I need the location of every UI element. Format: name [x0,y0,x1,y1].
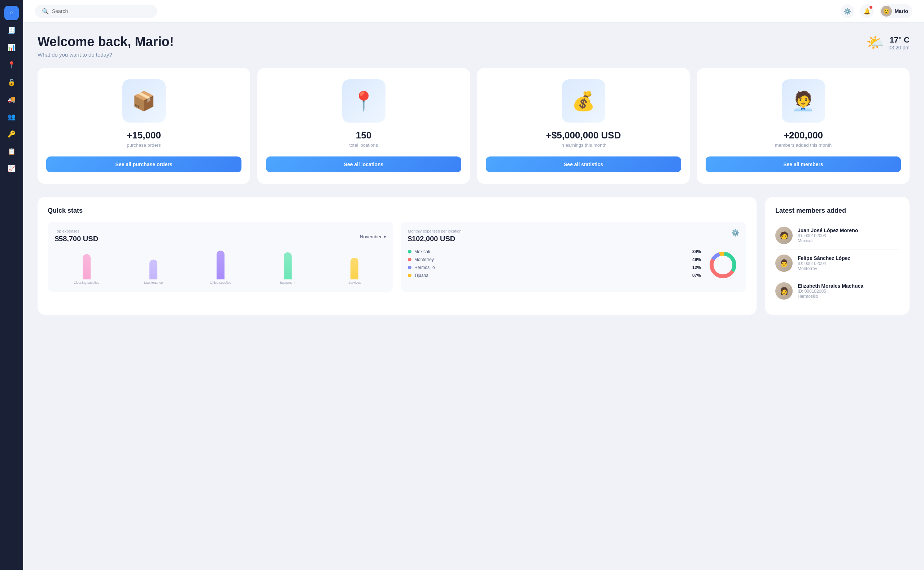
search-box[interactable]: 🔍 [35,5,157,18]
top-expenses-panel: Top expenses $58,700 USD November ▾ Clea… [48,222,394,292]
gear-settings-button[interactable]: ⚙️ [731,229,739,237]
weather-widget: 🌤️ 17° C 03:20 pm [866,34,910,51]
weather-temp: 17° C [889,35,910,45]
legend-item: Monterrey 49% [408,257,701,262]
settings-button[interactable]: ⚙️ [841,4,854,18]
location-icon: 📍 [8,61,15,69]
weather-icon: 🌤️ [866,34,884,51]
see-all-locations-button[interactable]: See all locations [266,156,461,172]
avatar: 👨 [775,254,793,272]
sidebar-item-lock[interactable]: 🔒 [4,75,19,89]
dashboard-icon: 📊 [8,44,15,52]
card-icon-members: 🧑‍💼 [782,79,825,123]
see-all-purchase-orders-button[interactable]: See all purchase orders [46,156,241,172]
donut-container: Mexicali 34% Monterrey 49% Hermosillo 12… [408,249,739,281]
member-name: Elizabeth Morales Machuca [798,283,863,289]
sidebar-item-home[interactable]: ⌂ [4,6,19,20]
chevron-down-icon: ▾ [384,234,386,239]
members-list: 🧑 Juan José López Moreno ID: 000102003 M… [775,222,899,305]
search-input[interactable] [52,8,150,14]
avatar: 👩 [775,282,793,300]
welcome-title: Welcome back, Mario! [37,34,174,49]
search-icon: 🔍 [42,8,49,15]
donut-legend: Mexicali 34% Monterrey 49% Hermosillo 12… [408,249,701,281]
topbar-right: ⚙️ 🔔 😊 Mario [841,4,912,18]
welcome-header: Welcome back, Mario! What do you want to… [37,34,910,58]
people-icon: 👥 [8,113,15,121]
table-icon: 📋 [8,147,15,155]
user-chip[interactable]: 😊 Mario [879,4,912,18]
quick-stats-panel: Quick stats Top expenses $58,700 USD Nov… [37,197,756,315]
chart-icon: 📈 [8,165,15,173]
card-icon-purchase-orders: 📦 [122,79,166,123]
bar [217,251,224,279]
card-icon-locations: 📍 [342,79,386,123]
latest-members-title: Latest members added [775,207,899,215]
sidebar-item-location[interactable]: 📍 [4,58,19,72]
sidebar-item-table[interactable]: 📋 [4,144,19,159]
card-value-locations: 150 [356,130,371,141]
member-location: Monterrey [798,266,850,271]
user-name: Mario [895,8,908,14]
legend-item: Tijuana 07% [408,273,701,278]
donut-chart [707,249,739,281]
card-value-members: +200,000 [784,130,823,141]
stat-cards: 📦 +15,000 purchase orders See all purcha… [37,68,910,184]
bar-group: Cleaning supplies [55,254,118,285]
list-item: 👩 Elizabeth Morales Machuca ID: 00010200… [775,277,899,305]
sidebar-item-orders[interactable]: 🧾 [4,23,19,37]
bar-label: Services [348,281,361,285]
welcome-subtitle: What do you want to do today? [37,52,174,58]
bar-group: Services [323,258,386,285]
bar-label: Office supplies [210,281,231,285]
key-icon: 🔑 [8,130,15,138]
legend-dot [408,250,412,253]
card-statistics: 💰 +$5,000,000 USD in earnings this month… [477,68,690,184]
bar [149,260,157,279]
card-label-statistics: in earnings this month [561,142,606,148]
weather-time: 03:20 pm [889,45,910,51]
bar-chart: Cleaning suppliesMaintenanceOffice suppl… [55,249,386,285]
truck-icon: 🚚 [8,95,15,103]
members-panel: Latest members added 🧑 Juan José López M… [765,197,910,315]
bar-label: Equipment [280,281,295,285]
card-value-purchase-orders: +15,000 [127,130,161,141]
bell-icon: 🔔 [863,8,870,15]
legend-item: Mexicali 34% [408,249,701,254]
bar-group: Maintenance [122,260,186,285]
legend-name: Tijuana [414,273,689,278]
bar [83,254,91,279]
see-all-members-button[interactable]: See all members [706,156,901,172]
notification-badge [870,6,872,9]
see-all-statistics-button[interactable]: See all statistics [486,156,681,172]
member-id: ID: 000102004 [798,261,850,266]
card-label-purchase-orders: purchase orders [127,142,161,148]
gear-icon: ⚙️ [844,8,851,15]
month-selector[interactable]: November ▾ [360,234,386,239]
top-expenses-label: Top expenses [55,229,386,233]
lock-icon: 🔒 [8,78,15,86]
legend-name: Hermosillo [414,265,689,270]
list-item: 👨 Felipe Sánchez López ID: 000102004 Mon… [775,250,899,277]
sidebar-item-key[interactable]: 🔑 [4,127,19,141]
main-area: 🔍 ⚙️ 🔔 😊 Mario Welcome back, Mario! What… [23,0,924,570]
legend-pct: 07% [692,273,701,278]
bar-label: Cleaning supplies [74,281,99,285]
card-icon-statistics: 💰 [562,79,605,123]
monthly-expenses-label: Monthly expenses per location $102,000 U… [408,229,462,249]
welcome-text: Welcome back, Mario! What do you want to… [37,34,174,58]
bar [351,258,358,279]
notifications-button[interactable]: 🔔 [860,4,874,18]
card-members: 🧑‍💼 +200,000 members added this month Se… [697,68,910,184]
sidebar-item-chart[interactable]: 📈 [4,161,19,176]
member-info: Juan José López Moreno ID: 000102003 Mex… [798,227,858,244]
orders-icon: 🧾 [8,26,15,34]
member-name: Juan José López Moreno [798,227,858,233]
sidebar-item-people[interactable]: 👥 [4,110,19,124]
sidebar-item-truck[interactable]: 🚚 [4,92,19,107]
monthly-expenses-panel: Monthly expenses per location $102,000 U… [401,222,746,292]
legend-pct: 49% [692,257,701,262]
content: Welcome back, Mario! What do you want to… [23,23,924,570]
sidebar-item-dashboard[interactable]: 📊 [4,40,19,55]
month-label: November [360,234,381,239]
